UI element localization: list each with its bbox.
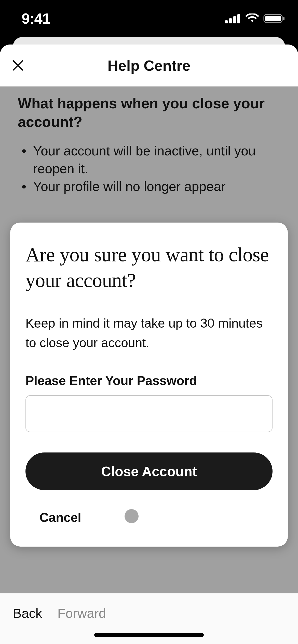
- svg-rect-1: [229, 18, 232, 23]
- svg-rect-3: [237, 14, 240, 23]
- svg-rect-5: [265, 16, 281, 21]
- list-item: Your profile will no longer appear: [18, 178, 280, 195]
- cancel-button[interactable]: Cancel: [39, 510, 81, 525]
- status-time: 9:41: [22, 10, 50, 27]
- loading-indicator-icon: [125, 509, 139, 523]
- wifi-icon: [245, 13, 259, 24]
- battery-icon: [263, 13, 285, 24]
- article-heading: What happens when you close your account…: [18, 94, 280, 131]
- confirmation-modal: Are you sure you want to close your acco…: [10, 223, 288, 547]
- close-account-button[interactable]: Close Account: [25, 452, 273, 490]
- main-sheet: Help Centre What happens when you close …: [0, 45, 298, 644]
- status-bar: 9:41: [0, 0, 298, 37]
- modal-footer: Cancel: [25, 509, 273, 526]
- svg-rect-0: [225, 20, 228, 23]
- article-bullet-list: Your account will be inactive, until you…: [18, 142, 280, 196]
- cellular-signal-icon: [225, 14, 241, 23]
- svg-rect-6: [283, 17, 285, 20]
- nav-forward-button: Forward: [58, 606, 106, 621]
- close-icon: [12, 59, 24, 71]
- modal-description: Keep in mind it may take up to 30 minute…: [25, 314, 273, 353]
- password-input[interactable]: [25, 395, 273, 432]
- nav-back-button[interactable]: Back: [13, 606, 42, 621]
- close-button[interactable]: [10, 58, 25, 73]
- modal-title: Are you sure you want to close your acco…: [25, 242, 273, 293]
- page-title: Help Centre: [0, 57, 298, 74]
- list-item: Your account will be inactive, until you…: [18, 142, 280, 178]
- svg-rect-2: [233, 16, 236, 23]
- password-label: Please Enter Your Password: [25, 373, 273, 388]
- header: Help Centre: [0, 45, 298, 86]
- status-indicators: [225, 13, 285, 24]
- background-article: What happens when you close your account…: [0, 86, 298, 195]
- home-indicator[interactable]: [94, 633, 204, 637]
